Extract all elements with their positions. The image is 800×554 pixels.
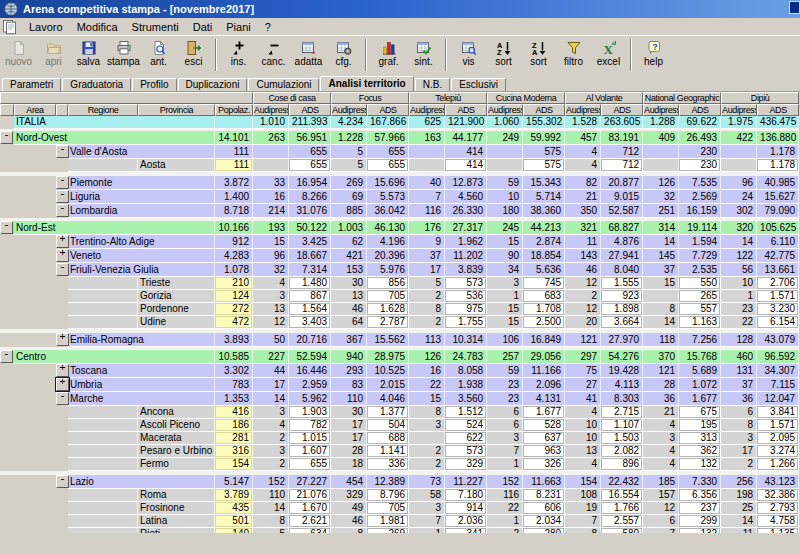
audipress-cell[interactable]: 11 bbox=[721, 528, 757, 533]
toolbar-button-exit[interactable]: esci bbox=[176, 36, 211, 67]
expand-minus-button[interactable]: - bbox=[0, 131, 13, 144]
ads-cell[interactable]: 2.874 bbox=[523, 235, 565, 249]
audipress-cell[interactable]: 370 bbox=[643, 350, 679, 364]
menu-lavoro[interactable]: Lavoro bbox=[22, 20, 70, 34]
ads-cell[interactable]: 46.130 bbox=[367, 221, 409, 235]
col-header-area[interactable]: Area bbox=[14, 104, 56, 116]
audipress-cell[interactable]: 8 bbox=[253, 515, 289, 528]
row-label[interactable]: Nord-Est bbox=[14, 221, 215, 235]
audipress-cell[interactable]: 320 bbox=[721, 221, 757, 235]
tab-duplicazioni[interactable]: Duplicazioni bbox=[178, 78, 248, 91]
ads-cell[interactable]: 3.560 bbox=[445, 392, 487, 406]
ads-cell[interactable]: 21.076 bbox=[289, 489, 331, 502]
ads-cell[interactable]: 43.123 bbox=[757, 475, 799, 489]
ads-cell[interactable]: 1.903 bbox=[289, 406, 331, 419]
audipress-cell[interactable]: 40 bbox=[409, 176, 445, 190]
ads-cell[interactable]: 1.072 bbox=[679, 378, 721, 392]
ads-cell[interactable]: 27.317 bbox=[445, 221, 487, 235]
audipress-cell[interactable]: 185 bbox=[643, 475, 679, 489]
ads-cell[interactable]: 575 bbox=[523, 145, 565, 159]
col-header-popolaz[interactable]: Popolaz. bbox=[215, 104, 253, 116]
audipress-cell[interactable]: 15 bbox=[487, 235, 523, 249]
ads-cell[interactable]: 3.664 bbox=[601, 316, 643, 329]
audipress-cell[interactable]: 152 bbox=[253, 475, 289, 489]
audipress-cell[interactable]: 367 bbox=[331, 333, 367, 347]
ads-cell[interactable]: 436.475 bbox=[757, 116, 799, 129]
ads-cell[interactable]: 44.177 bbox=[445, 131, 487, 145]
audipress-cell[interactable]: 2 bbox=[409, 458, 445, 471]
row-label[interactable]: Liguria bbox=[68, 190, 215, 204]
audipress-cell[interactable]: 14 bbox=[721, 515, 757, 528]
audipress-cell[interactable]: 321 bbox=[565, 221, 601, 235]
row-label[interactable]: Friuli-Venezia Giulia bbox=[68, 263, 215, 277]
ads-cell[interactable]: 675 bbox=[679, 406, 721, 419]
audipress-cell[interactable]: 2 bbox=[409, 316, 445, 329]
audipress-cell[interactable]: 176 bbox=[409, 221, 445, 235]
audipress-cell[interactable]: 14 bbox=[643, 235, 679, 249]
ads-cell[interactable]: 1.163 bbox=[679, 316, 721, 329]
audipress-cell[interactable]: 10 bbox=[565, 432, 601, 445]
audipress-cell[interactable] bbox=[487, 145, 523, 159]
ads-cell[interactable]: 195 bbox=[679, 419, 721, 432]
audipress-cell[interactable]: 14 bbox=[253, 392, 289, 406]
group-header-telepi[interactable]: Telepiù bbox=[409, 92, 487, 104]
audipress-cell[interactable]: 23 bbox=[487, 378, 523, 392]
row-label[interactable]: Pesaro e Urbino bbox=[138, 445, 215, 458]
audipress-cell[interactable]: 3 bbox=[409, 502, 445, 515]
col-header-provincia[interactable]: Provincia bbox=[138, 104, 215, 116]
ads-cell[interactable]: 16.954 bbox=[289, 176, 331, 190]
popolaz-cell[interactable]: 14.101 bbox=[215, 131, 253, 145]
ads-cell[interactable]: 265 bbox=[679, 290, 721, 303]
row-label[interactable]: Macerata bbox=[138, 432, 215, 445]
audipress-cell[interactable]: 329 bbox=[331, 489, 367, 502]
row-label[interactable]: Centro bbox=[14, 350, 215, 364]
ads-cell[interactable]: 575 bbox=[523, 159, 565, 172]
popolaz-cell[interactable]: 124 bbox=[215, 290, 253, 303]
ads-cell[interactable]: 975 bbox=[445, 303, 487, 316]
toolbar-button-view[interactable]: vis bbox=[451, 36, 486, 67]
ads-cell[interactable]: 136.880 bbox=[757, 131, 799, 145]
ads-cell[interactable]: 1.564 bbox=[289, 303, 331, 316]
audipress-cell[interactable]: 2 bbox=[721, 458, 757, 471]
audipress-cell[interactable]: 6 bbox=[721, 406, 757, 419]
ads-cell[interactable]: 230 bbox=[679, 159, 721, 172]
audipress-cell[interactable]: 193 bbox=[253, 221, 289, 235]
tab-esclusivi[interactable]: Esclusivi bbox=[451, 78, 506, 91]
ads-cell[interactable]: 4.113 bbox=[601, 378, 643, 392]
popolaz-cell[interactable] bbox=[215, 116, 253, 129]
ads-cell[interactable]: 20.877 bbox=[601, 176, 643, 190]
row-label[interactable]: Gorizia bbox=[138, 290, 215, 303]
ads-cell[interactable]: 1.708 bbox=[523, 303, 565, 316]
expand-plus-button[interactable]: + bbox=[56, 364, 69, 377]
audipress-cell[interactable]: 13 bbox=[331, 290, 367, 303]
popolaz-cell[interactable]: 10.166 bbox=[215, 221, 253, 235]
group-header-dipi[interactable]: Dipiù bbox=[721, 92, 799, 104]
ads-cell[interactable]: 38.360 bbox=[523, 204, 565, 218]
audipress-cell[interactable]: 2 bbox=[409, 445, 445, 458]
ads-cell[interactable]: 5.714 bbox=[523, 190, 565, 204]
ads-cell[interactable]: 557 bbox=[679, 303, 721, 316]
ads-cell[interactable]: 3.274 bbox=[757, 445, 799, 458]
ads-cell[interactable]: 536 bbox=[445, 290, 487, 303]
audipress-cell[interactable]: 7 bbox=[409, 515, 445, 528]
audipress-cell[interactable]: 1.060 bbox=[487, 116, 523, 129]
audipress-cell[interactable]: 69 bbox=[331, 190, 367, 204]
expand-minus-button[interactable]: - bbox=[56, 145, 69, 158]
popolaz-cell[interactable]: 8.718 bbox=[215, 204, 253, 218]
audipress-cell[interactable]: 15 bbox=[487, 316, 523, 329]
ads-cell[interactable]: 2.015 bbox=[367, 378, 409, 392]
audipress-cell[interactable]: 27 bbox=[565, 378, 601, 392]
audipress-cell[interactable]: 131 bbox=[721, 364, 757, 378]
audipress-cell[interactable]: 214 bbox=[253, 204, 289, 218]
ads-cell[interactable]: 655 bbox=[367, 159, 409, 172]
ads-cell[interactable]: 4.876 bbox=[601, 235, 643, 249]
audipress-cell[interactable]: 4 bbox=[565, 406, 601, 419]
ads-cell[interactable]: 655 bbox=[289, 458, 331, 471]
ads-cell[interactable]: 29.056 bbox=[523, 350, 565, 364]
ads-cell[interactable]: 155.302 bbox=[523, 116, 565, 129]
ads-cell[interactable]: 6.154 bbox=[757, 316, 799, 329]
expand-minus-button[interactable]: - bbox=[56, 475, 69, 488]
ads-cell[interactable]: 573 bbox=[445, 445, 487, 458]
audipress-cell[interactable]: 3 bbox=[487, 432, 523, 445]
group-header-cose-di-casa[interactable]: Cose di casa bbox=[253, 92, 331, 104]
